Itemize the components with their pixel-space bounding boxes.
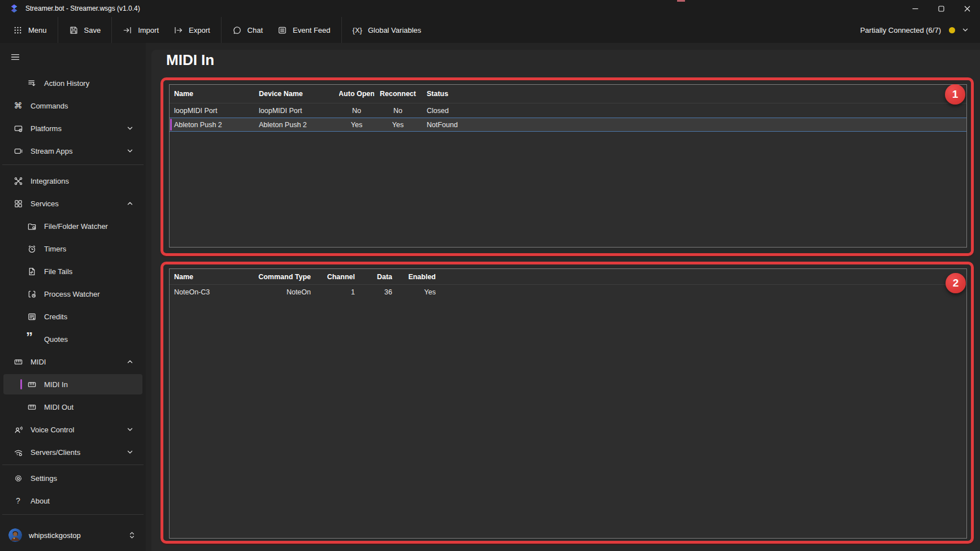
- chat-icon: [232, 25, 242, 35]
- nav-toggle-button[interactable]: [5, 47, 26, 66]
- table-row[interactable]: NoteOn-C3NoteOn136Yes: [170, 285, 966, 299]
- sidebar-divider: [2, 465, 144, 465]
- save-button[interactable]: Save: [62, 20, 109, 40]
- servers-clients-icon: [12, 448, 24, 457]
- table-header-row: NameDevice NameAuto OpenReconnectStatus: [170, 85, 966, 103]
- column-header-channel[interactable]: Channel: [311, 269, 355, 284]
- sidebar-item-midi-in[interactable]: MIDI In: [3, 374, 142, 394]
- cell: NoteOn: [257, 285, 311, 299]
- selection-indicator: [20, 379, 22, 389]
- menu-button[interactable]: Menu: [6, 20, 54, 40]
- column-header-data[interactable]: Data: [355, 269, 392, 284]
- column-header-status[interactable]: Status: [422, 85, 490, 103]
- sidebar-item-label: MIDI Out: [44, 403, 73, 411]
- sidebar-item-label: File Tails: [44, 267, 72, 276]
- cell: Ableton Push 2: [254, 118, 339, 132]
- yellow-dot-icon: [949, 27, 955, 33]
- import-button[interactable]: Import: [115, 20, 166, 40]
- sidebar-item-integrations[interactable]: Integrations: [3, 171, 142, 191]
- page-title: MIDI In: [166, 50, 214, 70]
- column-header-name[interactable]: Name: [170, 85, 254, 103]
- sidebar-item-stream-apps[interactable]: Stream Apps: [3, 141, 142, 161]
- global-variables-icon: {X}: [353, 26, 362, 34]
- event-feed-button[interactable]: Event Feed: [270, 20, 338, 40]
- column-header-enabled[interactable]: Enabled: [392, 269, 436, 284]
- table-row[interactable]: loopMIDI PortloopMIDI PortNoNoClosed: [170, 103, 966, 118]
- connection-status[interactable]: Partially Connected (6/7): [860, 26, 980, 34]
- sidebar-item-about[interactable]: ?About: [3, 491, 142, 511]
- chat-button[interactable]: Chat: [225, 20, 270, 40]
- event-feed-icon: [277, 25, 287, 35]
- cell: Yes: [392, 285, 436, 299]
- main-area: MIDI In NameDevice NameAuto OpenReconnec…: [146, 43, 980, 551]
- minimize-icon: [912, 6, 918, 12]
- chevron-down-icon: [127, 426, 133, 433]
- sidebar-item-servers-clients[interactable]: Servers/Clients: [3, 442, 142, 462]
- sidebar-item-label: Voice Control: [31, 426, 74, 434]
- sidebar-divider: [2, 514, 144, 515]
- sidebar-item-file-tails[interactable]: File Tails: [3, 261, 142, 281]
- close-button[interactable]: [954, 0, 980, 17]
- cell: 1: [311, 285, 355, 299]
- integrations-icon: [12, 176, 24, 186]
- sidebar-divider: [2, 164, 144, 165]
- sidebar-item-label: MIDI: [31, 358, 46, 366]
- chevron-updown-icon: [128, 531, 136, 539]
- midi-icon: [26, 402, 37, 412]
- toolbar-group: ImportExport: [112, 17, 220, 43]
- credits-icon: [26, 312, 37, 322]
- sidebar-item-commands[interactable]: ⌘Commands: [3, 96, 142, 116]
- toolbar-group: {X}Global Variables: [342, 17, 432, 43]
- sidebar-item-process-watcher[interactable]: Process Watcher: [3, 284, 142, 304]
- sidebar-item-midi[interactable]: MIDI: [3, 352, 142, 372]
- platforms-icon: [12, 124, 24, 133]
- chevron-up-icon: [127, 358, 133, 365]
- sidebar-item-label: Integrations: [31, 177, 69, 185]
- sidebar-item-settings[interactable]: Settings: [3, 468, 142, 488]
- global-variables-button[interactable]: {X}Global Variables: [345, 20, 429, 40]
- column-header-device-name[interactable]: Device Name: [254, 85, 339, 103]
- column-header-name[interactable]: Name: [170, 269, 257, 284]
- chevron-down-icon: [962, 27, 969, 33]
- sidebar-item-timers[interactable]: Timers: [3, 238, 142, 259]
- table-row[interactable]: Ableton Push 2Ableton Push 2YesYesNotFou…: [170, 118, 966, 132]
- cell: Yes: [339, 118, 374, 132]
- cell: NotFound: [422, 118, 490, 132]
- cell: No: [339, 103, 374, 118]
- column-header-command-type[interactable]: Command Type: [257, 269, 311, 284]
- column-header-auto-open[interactable]: Auto Open: [339, 85, 374, 103]
- sidebar-item-label: Platforms: [31, 124, 62, 133]
- toolbar-group: ChatEvent Feed: [222, 17, 341, 43]
- voice-control-icon: [12, 425, 24, 435]
- stream-apps-icon: [12, 146, 24, 156]
- save-icon: [69, 25, 79, 35]
- sidebar-item-platforms[interactable]: Platforms: [3, 118, 142, 138]
- save-label: Save: [84, 26, 101, 34]
- cell: Closed: [422, 103, 490, 118]
- maximize-button[interactable]: [928, 0, 954, 17]
- sidebar-item-midi-out[interactable]: MIDI Out: [3, 397, 142, 417]
- column-header-reconnect[interactable]: Reconnect: [379, 85, 417, 103]
- sidebar-item-voice-control[interactable]: Voice Control: [3, 419, 142, 440]
- cell: loopMIDI Port: [170, 103, 254, 118]
- timer-icon: [26, 244, 37, 254]
- sidebar: Action History⌘CommandsPlatformsStream A…: [0, 43, 146, 551]
- export-icon: [174, 25, 183, 35]
- sidebar-item-services[interactable]: Services: [3, 193, 142, 214]
- minimize-button[interactable]: [902, 0, 928, 17]
- user-name: whipstickgostop: [29, 531, 81, 540]
- streamerbot-logo-icon: [10, 4, 19, 13]
- sidebar-item-file-folder-watcher[interactable]: File/Folder Watcher: [3, 216, 142, 236]
- sidebar-item-quotes[interactable]: ”Quotes: [3, 329, 142, 349]
- sidebar-item-label: Commands: [31, 102, 68, 110]
- sidebar-item-label: Servers/Clients: [31, 448, 80, 457]
- export-button[interactable]: Export: [166, 20, 218, 40]
- sidebar-item-action-history[interactable]: Action History: [3, 73, 142, 93]
- cell: Yes: [379, 118, 417, 132]
- titlebar: Streamer.bot - Streamer.wsgs (v1.0.4): [0, 0, 980, 17]
- user-account-row[interactable]: whipstickgostop: [3, 523, 142, 548]
- sidebar-item-credits[interactable]: Credits: [3, 306, 142, 327]
- file-tails-icon: [26, 267, 37, 276]
- import-label: Import: [138, 26, 159, 34]
- about-icon: ?: [12, 496, 24, 505]
